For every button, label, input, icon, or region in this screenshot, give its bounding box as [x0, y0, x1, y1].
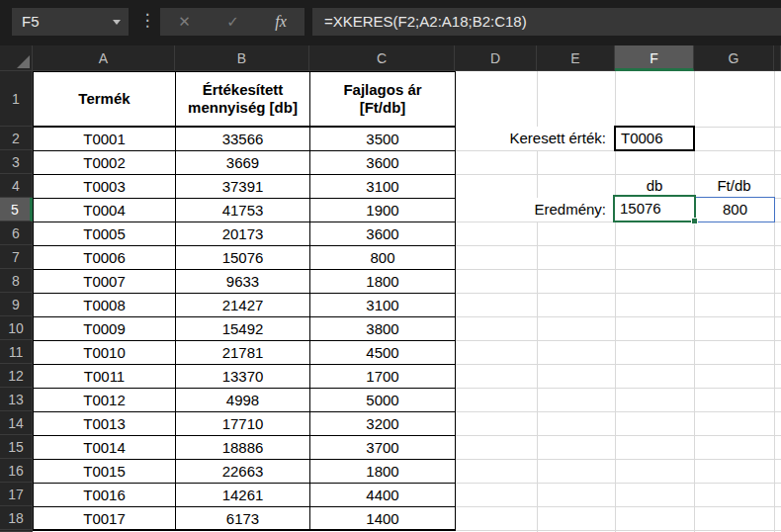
row-header[interactable]: 1: [0, 71, 33, 127]
formula-bar-buttons: ✕ ✓ fx: [160, 8, 304, 36]
cell-product[interactable]: T0011: [34, 365, 176, 389]
cell-header-product[interactable]: Termék: [34, 72, 176, 128]
row-header-selected[interactable]: 5: [0, 198, 33, 222]
price-result-header-cell[interactable]: Ft/db: [694, 174, 774, 198]
column-header-h-partial[interactable]: [774, 45, 781, 71]
cell-qty[interactable]: 20173: [176, 222, 310, 246]
cell-product[interactable]: T0009: [34, 317, 176, 341]
cell-price[interactable]: 3800: [310, 317, 456, 341]
cell-price[interactable]: 1800: [310, 270, 456, 294]
row-header[interactable]: 10: [0, 316, 33, 340]
formula-input[interactable]: =XKERES(F2;A2:A18;B2:C18): [312, 8, 781, 36]
cell-price[interactable]: 3600: [310, 151, 456, 175]
row-header[interactable]: 6: [0, 222, 33, 245]
fill-handle[interactable]: [691, 218, 698, 224]
cell-product[interactable]: T0004: [34, 199, 176, 222]
cell-product[interactable]: T0005: [34, 222, 176, 246]
price-header-line2: [Ft/db]: [360, 99, 406, 117]
row-header[interactable]: 17: [0, 483, 33, 506]
cell-price[interactable]: 1800: [310, 460, 456, 484]
cell-price[interactable]: 3100: [310, 175, 456, 199]
cell-product[interactable]: T0010: [34, 341, 176, 365]
row-header[interactable]: 16: [0, 459, 33, 483]
cell-qty[interactable]: 37391: [176, 175, 310, 199]
cell-qty[interactable]: 18886: [176, 436, 310, 460]
cell-price[interactable]: 4500: [310, 341, 456, 365]
active-cell-result-qty[interactable]: 15076: [613, 195, 696, 222]
spill-result-price-cell[interactable]: 800: [696, 197, 775, 222]
cell-price[interactable]: 5000: [310, 389, 456, 412]
cell-product[interactable]: T0003: [34, 175, 176, 199]
cell-product[interactable]: T0008: [34, 294, 176, 317]
row-header[interactable]: 9: [0, 293, 33, 316]
search-label-cell[interactable]: Keresett érték:: [456, 127, 614, 150]
cancel-icon[interactable]: ✕: [178, 13, 191, 31]
cell-qty[interactable]: 21427: [176, 294, 310, 317]
cell-qty[interactable]: 15076: [176, 246, 310, 270]
name-box[interactable]: F5: [12, 8, 129, 36]
enter-icon[interactable]: ✓: [226, 13, 239, 31]
cell-qty[interactable]: 4998: [176, 389, 310, 412]
insert-function-icon[interactable]: fx: [275, 13, 287, 31]
cell-product[interactable]: T0012: [34, 389, 176, 412]
row-header[interactable]: 18: [0, 506, 33, 530]
cell-qty[interactable]: 3669: [176, 151, 310, 175]
cell-header-qty[interactable]: Értékesített mennyiség [db]: [176, 72, 310, 128]
cell-price[interactable]: 3200: [310, 412, 456, 436]
cell-qty[interactable]: 13370: [176, 365, 310, 389]
cell-product[interactable]: T0007: [34, 270, 176, 294]
cell-price[interactable]: 1900: [310, 199, 456, 222]
cell-product[interactable]: T0002: [34, 151, 176, 175]
cell-price[interactable]: 1700: [310, 365, 456, 389]
row-header[interactable]: 3: [0, 150, 33, 174]
cell-qty[interactable]: 9633: [176, 270, 310, 294]
row-header[interactable]: 12: [0, 364, 33, 388]
cell-qty[interactable]: 14261: [176, 484, 310, 507]
cell-product[interactable]: T0013: [34, 412, 176, 436]
qty-header-line2: mennyiség [db]: [188, 99, 298, 117]
column-header-f-selected[interactable]: F: [615, 45, 694, 71]
cell-price[interactable]: 3500: [310, 128, 456, 151]
row-header-column: 1 2 3 4 5 6 7 8 9 10 11 12 13 14 15 16 1…: [0, 71, 33, 532]
cell-price[interactable]: 3700: [310, 436, 456, 460]
row-header[interactable]: 8: [0, 269, 33, 293]
more-options-icon[interactable]: ⋮: [138, 8, 156, 36]
cell-qty[interactable]: 41753: [176, 199, 310, 222]
row-header[interactable]: 13: [0, 388, 33, 411]
cell-qty[interactable]: 15492: [176, 317, 310, 341]
cell-product[interactable]: T0001: [34, 128, 176, 151]
column-header-a[interactable]: A: [33, 45, 175, 71]
cell-price[interactable]: 4400: [310, 484, 456, 507]
row-header[interactable]: 7: [0, 245, 33, 269]
cell-qty[interactable]: 6173: [176, 507, 310, 531]
cell-qty[interactable]: 33566: [176, 128, 310, 151]
cell-product[interactable]: T0016: [34, 484, 176, 507]
cell-product[interactable]: T0015: [34, 460, 176, 484]
row-header[interactable]: 15: [0, 435, 33, 459]
row-header[interactable]: 11: [0, 340, 33, 364]
cell-product[interactable]: T0014: [34, 436, 176, 460]
cell-price[interactable]: 3600: [310, 222, 456, 246]
column-header-d[interactable]: D: [455, 45, 537, 71]
search-value-cell[interactable]: T0006: [614, 126, 695, 151]
cell-price[interactable]: 1400: [310, 507, 456, 531]
column-header-c[interactable]: C: [309, 45, 455, 71]
cell-qty[interactable]: 22663: [176, 460, 310, 484]
cell-product[interactable]: T0017: [34, 507, 176, 531]
cell-price[interactable]: 800: [310, 246, 456, 270]
row-header[interactable]: 4: [0, 174, 33, 198]
price-header-line1: Fajlagos ár: [343, 81, 421, 99]
chevron-down-icon[interactable]: [113, 20, 121, 25]
select-all-button[interactable]: [0, 45, 33, 71]
column-header-e[interactable]: E: [537, 45, 615, 71]
cell-header-price[interactable]: Fajlagos ár [Ft/db]: [310, 72, 456, 128]
column-header-b[interactable]: B: [175, 45, 309, 71]
cell-price[interactable]: 3100: [310, 294, 456, 317]
column-header-g[interactable]: G: [694, 45, 774, 71]
cell-qty[interactable]: 21781: [176, 341, 310, 365]
row-header[interactable]: 14: [0, 411, 33, 435]
cell-product[interactable]: T0006: [34, 246, 176, 270]
cell-qty[interactable]: 17710: [176, 412, 310, 436]
result-label-cell[interactable]: Eredmény:: [456, 198, 614, 222]
row-header[interactable]: 2: [0, 127, 33, 150]
